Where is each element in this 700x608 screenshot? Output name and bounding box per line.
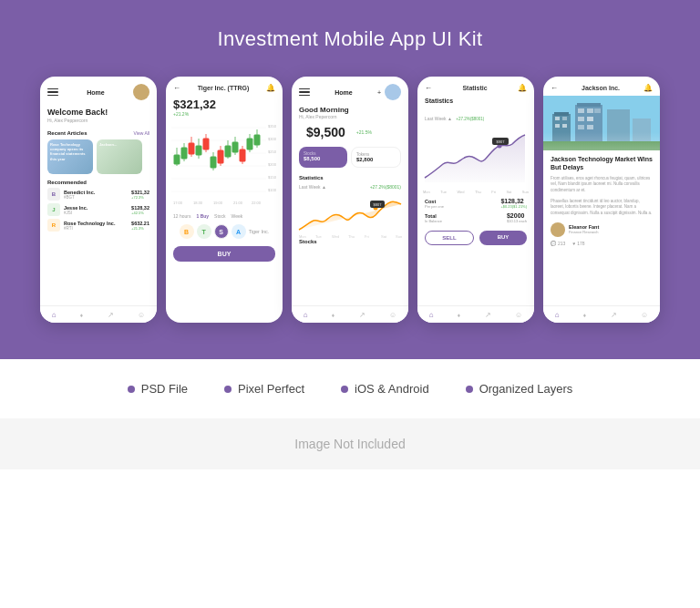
svg-text:$250: $250 [268, 149, 277, 154]
p1-bottom-nav: ⌂ ⬧ ↗ ☺ [40, 305, 157, 323]
p1-rec-item-2: J Jesse Inc. #JSI $128,32 +42.5% [47, 203, 149, 216]
svg-text:Sat: Sat [381, 234, 387, 239]
p4-nav-home[interactable]: ⌂ [429, 311, 434, 319]
p5-author-row: Eleanor Fant Finance Research [543, 218, 660, 241]
svg-rect-33 [247, 139, 252, 149]
p4-nav-trend[interactable]: ↗ [485, 311, 491, 319]
p4-bottom-nav: ⌂ ⬧ ↗ ☺ [417, 305, 534, 323]
p1-nav-chart[interactable]: ⬧ [79, 311, 84, 319]
p3-home-label: Home [335, 89, 352, 96]
p5-bottom-nav: ⌂ ⬧ ↗ ☺ [543, 305, 660, 323]
svg-text:Fri: Fri [365, 234, 369, 239]
p1-nav-user[interactable]: ☺ [138, 311, 145, 319]
p2-tab-1w[interactable]: Stock [214, 213, 226, 219]
p2-letter-b[interactable]: B [180, 224, 194, 239]
p5-nav-user[interactable]: ☺ [641, 311, 648, 319]
p3-avatar [385, 84, 401, 100]
svg-text:Wed: Wed [332, 234, 339, 239]
svg-rect-66 [578, 117, 584, 121]
p2-letter-a[interactable]: A [232, 224, 246, 239]
feature-dot-pixel [224, 386, 232, 393]
p5-nav-chart[interactable]: ⬧ [582, 311, 587, 319]
svg-text:$200: $200 [268, 162, 277, 167]
p3-stats-title: Statistics [292, 171, 408, 182]
svg-rect-65 [594, 108, 601, 113]
p2-buy-button[interactable]: BUY [173, 246, 275, 262]
p2-letter-t[interactable]: T [197, 224, 211, 239]
svg-rect-35 [254, 135, 260, 145]
p4-sell-button[interactable]: SELL [425, 231, 474, 245]
p5-author-role: Finance Research [569, 230, 599, 234]
p2-back-button[interactable]: ← [173, 84, 180, 92]
svg-text:$100: $100 [268, 188, 277, 192]
feature-pixel: Pixel Perfect [224, 382, 304, 396]
p2-bell-icon[interactable]: 🔔 [266, 84, 275, 92]
p1-rec-item-1: B Benedict Inc. #BGT $321,32 +72.3% [47, 188, 149, 201]
p1-rec-price-3: $632.21 +21.3% [131, 221, 149, 231]
p5-title: Jackson Inc. [582, 85, 620, 91]
p5-back-button[interactable]: ← [551, 84, 558, 92]
p1-header: Home [40, 77, 157, 104]
p5-hero-image [543, 96, 660, 150]
p4-lw-val: +27.2%($8001) [456, 117, 484, 121]
phone-statistic: ← Statistic 🔔 Statistics Last Week ▲ +27… [417, 77, 534, 323]
p5-comments[interactable]: 💬 213 [551, 241, 565, 246]
p5-comment-icon: 💬 [551, 241, 556, 246]
p3-stats-row: Last Week ▲ +27.2%($8001) [292, 182, 408, 191]
p1-recent: Recent Articles View All Rose Technology… [40, 127, 157, 176]
p2-tab-12h[interactable]: 12 hours [173, 213, 190, 219]
p1-view-all[interactable]: View All [134, 130, 149, 136]
p3-name: Hi, Alex Pepercorn [299, 114, 401, 119]
svg-text:19:00: 19:00 [213, 201, 223, 205]
p4-nav-chart[interactable]: ⬧ [457, 311, 461, 319]
svg-rect-29 [232, 142, 238, 152]
feature-ios: iOS & Android [341, 382, 429, 396]
p1-rec-icon-3: R [47, 219, 60, 232]
p5-author-info: Eleanor Fant Finance Research [569, 224, 599, 234]
p4-title: Statistic [462, 85, 487, 91]
phone-home: Home Welcome Back! Hi, Alex Peppercorn R… [40, 77, 157, 323]
p5-article-title: Jackson Technology Market Wins But Delay… [543, 150, 660, 174]
p1-welcome: Welcome Back! Hi, Alex Peppercorn [40, 104, 157, 127]
p5-bell-icon[interactable]: 🔔 [643, 84, 653, 92]
p4-week-row: Last Week ▲ +27.2%($8001) [417, 106, 534, 126]
p5-nav-trend[interactable]: ↗ [611, 311, 617, 319]
hero-title: Investment Mobile App UI Kit [218, 27, 483, 51]
svg-text:$300: $300 [268, 137, 277, 141]
p3-nav-user[interactable]: ☺ [389, 311, 396, 319]
p1-nav-trend[interactable]: ↗ [108, 311, 114, 319]
p3-plus-icon[interactable]: + [377, 89, 381, 96]
svg-rect-13 [174, 155, 180, 164]
p2-tab-1d[interactable]: 1 Buy [196, 213, 209, 219]
svg-text:Tue: Tue [315, 234, 323, 239]
p5-likes[interactable]: ♥ 178 [572, 241, 584, 246]
p4-nav-user[interactable]: ☺ [515, 311, 522, 319]
p3-nav-trend[interactable]: ↗ [359, 311, 365, 319]
svg-rect-17 [189, 143, 194, 154]
p1-article-img1: Rose Technology company opens its financ… [47, 139, 93, 174]
p1-recent-header: Recent Articles View All [47, 130, 149, 136]
p4-buy-button[interactable]: BUY [479, 231, 527, 245]
p3-nav-home[interactable]: ⌂ [304, 311, 308, 319]
p3-line-chart: $807 Mon Tue Wed Thu Fri Sat Sun [292, 191, 408, 237]
p4-back-button[interactable]: ← [425, 84, 432, 92]
p5-nav-home[interactable]: ⌂ [555, 311, 560, 319]
feature-dot-psd [128, 386, 135, 393]
p5-article-body2: Phasellus laoreet tincidunt id leo aucto… [543, 197, 660, 218]
p2-tab-1m[interactable]: Week [232, 213, 243, 219]
svg-text:$350: $350 [268, 124, 277, 129]
p2-letter-s[interactable]: S [214, 224, 229, 239]
hero-section: Investment Mobile App UI Kit Home Welcom… [0, 0, 700, 359]
p4-bell-icon[interactable]: 🔔 [518, 84, 527, 92]
p3-greeting-section: Good Morning Hi, Alex Pepercorn [292, 104, 408, 121]
svg-rect-72 [543, 141, 660, 150]
p1-nav-home[interactable]: ⌂ [52, 311, 57, 319]
svg-text:17:00: 17:00 [173, 201, 183, 205]
svg-rect-64 [587, 108, 593, 113]
p3-nav-chart[interactable]: ⬧ [331, 311, 335, 319]
svg-rect-27 [225, 146, 231, 157]
p3-card-tokens: Tokens $2,800 [351, 147, 401, 168]
p3-balance-change: +21.5% [356, 129, 372, 135]
p4-total-row: Total In Balance $2000 $10.13 each [417, 211, 534, 225]
p4-total-info: Total In Balance [425, 213, 442, 223]
